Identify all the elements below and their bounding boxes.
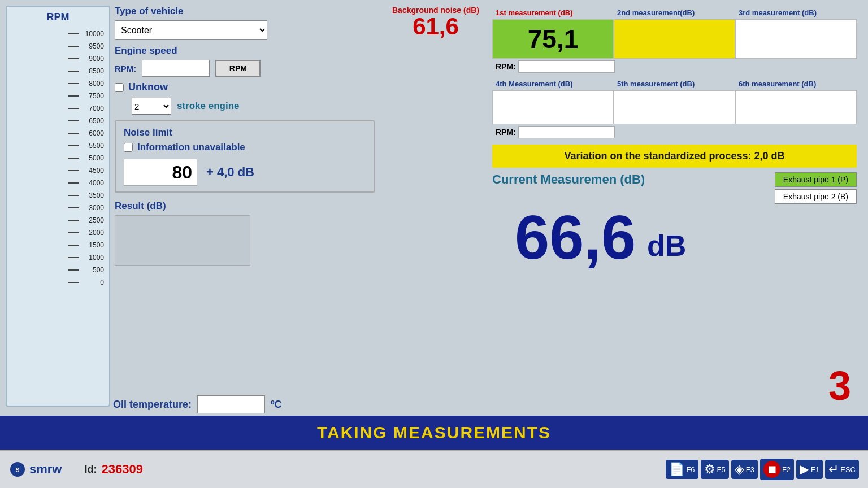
f1-play-button[interactable]: ▶ F1 — [796, 460, 823, 479]
vehicle-type-label: Type of vehicle — [115, 6, 375, 17]
footer-buttons: 📄 F6 ⚙ F5 ◈ F3 ⏹ F2 ▶ F1 ↵ ESC — [666, 459, 859, 480]
meas5-value — [614, 90, 735, 124]
meas5-rpm-area — [618, 124, 737, 140]
f6-button[interactable]: 📄 F6 — [666, 460, 698, 479]
stroke-label: stroke engine — [177, 101, 240, 112]
current-db-unit: dB — [647, 229, 686, 268]
rpm-tick: 3000 — [10, 202, 106, 214]
f5-icon: ⚙ — [704, 462, 715, 477]
esc-button[interactable]: ↵ ESC — [825, 460, 859, 479]
rpm-tick: 4000 — [10, 177, 106, 189]
result-box — [115, 215, 250, 266]
f3-icon: ◈ — [735, 462, 744, 477]
oil-temp-unit: ºC — [271, 399, 282, 411]
footer-logo: S smrw — [9, 461, 62, 478]
svg-text:S: S — [16, 467, 20, 473]
engine-section: Engine speed RPM: RPM Unknow 2 4 stroke … — [115, 45, 375, 115]
rpm-tick: 5500 — [10, 140, 106, 152]
meas2-rpm-area — [618, 59, 737, 75]
f3-button[interactable]: ◈ F3 — [731, 460, 758, 479]
info-unavail-label: Information unavailable — [137, 142, 245, 153]
noise-limit-input[interactable] — [124, 159, 197, 186]
info-unavail-checkbox[interactable] — [124, 143, 133, 152]
rpm-panel-title: RPM — [47, 11, 70, 23]
rpm-tick: 9500 — [10, 40, 106, 53]
meas4-rpm-input[interactable] — [518, 126, 615, 138]
variation-bar: Variation on the standardized process: 2… — [492, 145, 857, 168]
rpm-tick: 10000 — [10, 28, 106, 40]
right-section: Background noise (dB) 61,6 1st measureme… — [379, 6, 862, 407]
f5-label: F5 — [717, 465, 726, 474]
taking-measurements-bar: TAKING MEASUREMENTS — [0, 416, 868, 450]
plus-db-label: + 4,0 dB — [206, 165, 254, 180]
rpm-button[interactable]: RPM — [215, 60, 261, 77]
rpm-tick: 6500 — [10, 115, 106, 127]
background-noise-section: Background noise (dB) 61,6 — [385, 6, 487, 38]
current-meas-label: Current Measuremen (dB) — [492, 172, 645, 187]
bg-noise-value: 61,6 — [413, 15, 459, 38]
rpm-input[interactable] — [142, 60, 210, 77]
result-label: Result (dB) — [115, 201, 375, 212]
current-db-value: 66,6 — [515, 206, 636, 268]
f2-stop-button[interactable]: ⏹ F2 — [760, 459, 794, 480]
exhaust-options: Exhaust pipe 1 (P) Exhaust pipe 2 (B) — [775, 172, 857, 204]
f3-label: F3 — [746, 465, 754, 474]
rpm-tick: 8000 — [10, 77, 106, 90]
rpm-tick: 7500 — [10, 90, 106, 102]
info-unavail-row: Information unavailable — [124, 142, 366, 153]
rpm-tick: 6000 — [10, 127, 106, 140]
f6-icon: 📄 — [669, 462, 684, 477]
meas4-value — [492, 90, 614, 124]
rpm-tick: 0 — [10, 276, 106, 289]
taking-meas-label: TAKING MEASUREMENTS — [317, 423, 551, 442]
oil-temp-label: Oil temperature: — [113, 399, 192, 411]
rpm-tick: 500 — [10, 264, 106, 276]
meas1-value: 75,1 — [492, 19, 614, 59]
rpm-tick: 1000 — [10, 251, 106, 264]
left-panel: Type of vehicle Scooter Car Motorcycle T… — [115, 6, 375, 407]
rpm-tick: 9000 — [10, 53, 106, 65]
unknow-row: Unknow — [115, 81, 375, 93]
meas5-header: 5th measurement (dB) — [617, 80, 695, 88]
esc-label: ESC — [840, 465, 856, 474]
meas6-value — [735, 90, 857, 124]
exhaust-pipe-2-option[interactable]: Exhaust pipe 2 (B) — [775, 189, 857, 204]
result-section: Result (dB) — [115, 201, 375, 266]
unknow-checkbox[interactable] — [115, 83, 124, 92]
meas4-header: 4th Measurement (dB) — [496, 80, 573, 88]
logo-text: smrw — [29, 462, 62, 477]
rpm-panel: RPM 10000 9500 9000 8500 8000 7500 7000 … — [6, 6, 110, 407]
vehicle-type-select[interactable]: Scooter Car Motorcycle Truck — [115, 20, 267, 40]
rpm-tick: 2000 — [10, 226, 106, 239]
meas3-value — [735, 19, 857, 59]
f1-label: F1 — [811, 465, 819, 474]
rpm-tick: 3500 — [10, 189, 106, 202]
meas6-header: 6th measurement (dB) — [739, 80, 816, 88]
noise-limit-label: Noise limit — [124, 127, 366, 138]
footer-id-label: Id: — [84, 464, 97, 476]
footer-id: Id: 236309 — [84, 462, 142, 477]
f2-label: F2 — [782, 465, 791, 474]
measurements-grid: 1st measurement (dB) 2nd measurement(dB)… — [492, 6, 857, 268]
meas1-rpm-input[interactable] — [518, 60, 615, 73]
oil-temp-input[interactable] — [197, 395, 265, 413]
exhaust-pipe-1-option[interactable]: Exhaust pipe 1 (P) — [775, 172, 857, 187]
f5-button[interactable]: ⚙ F5 — [701, 460, 729, 479]
rpm-tick: 1500 — [10, 239, 106, 251]
stroke-select[interactable]: 2 4 — [132, 98, 171, 115]
unknow-label: Unknow — [128, 81, 168, 93]
oil-temp-row: Oil temperature: ºC — [113, 395, 282, 413]
stop-icon: ⏹ — [763, 461, 780, 478]
rpm-tick: 5000 — [10, 152, 106, 164]
counter-display: 3 — [828, 363, 851, 409]
meas1-header: 1st measurement (dB) — [496, 8, 573, 17]
meas3-rpm-area — [737, 59, 857, 75]
vehicle-section: Type of vehicle Scooter Car Motorcycle T… — [115, 6, 375, 40]
rpm-row2-label: RPM: — [496, 128, 516, 137]
play-icon: ▶ — [800, 462, 809, 477]
f6-label: F6 — [686, 465, 695, 474]
noise-limit-section: Noise limit Information unavailable + 4,… — [115, 120, 375, 193]
rpm-tick: 4500 — [10, 164, 106, 177]
engine-speed-label: Engine speed — [115, 45, 375, 56]
rpm-tick: 7000 — [10, 102, 106, 115]
